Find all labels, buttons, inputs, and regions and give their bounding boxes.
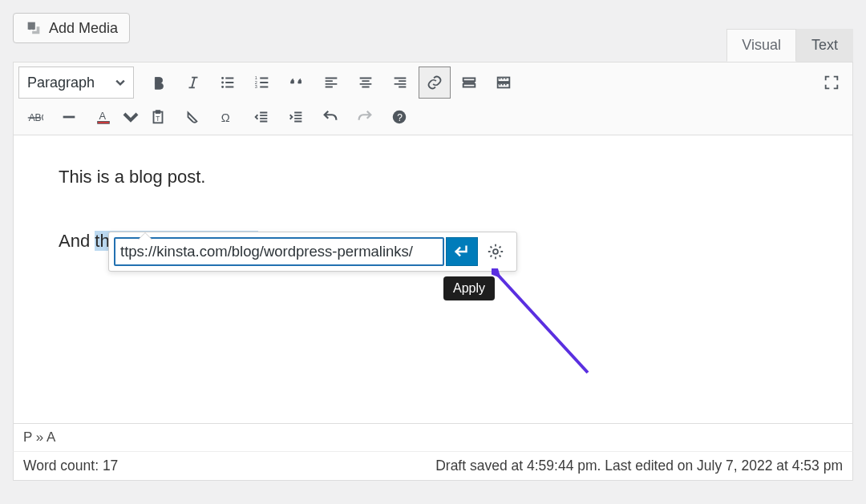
align-right-button[interactable] bbox=[384, 67, 416, 99]
editor-content-area[interactable]: This is a blog post. And this is an inte… bbox=[13, 135, 853, 424]
text-pre: And bbox=[59, 231, 95, 251]
strikethrough-button[interactable]: ABC bbox=[18, 101, 51, 133]
bold-button[interactable] bbox=[143, 67, 175, 99]
blockquote-button[interactable] bbox=[281, 67, 313, 99]
format-select[interactable]: Paragraph bbox=[18, 67, 134, 99]
editor-wrap: Add Media Visual Text Paragraph 123 bbox=[0, 0, 866, 481]
text-color-button[interactable]: A bbox=[87, 101, 119, 133]
apply-link-button[interactable] bbox=[446, 237, 478, 266]
italic-button[interactable] bbox=[177, 67, 209, 99]
gear-icon bbox=[487, 243, 504, 260]
word-count: Word count: 17 bbox=[23, 458, 118, 474]
svg-text:A: A bbox=[99, 110, 107, 122]
apply-tooltip: Apply bbox=[443, 276, 495, 300]
add-media-button[interactable]: Add Media bbox=[13, 13, 130, 43]
toolbar-row-2: ABC A T Ω ? bbox=[18, 101, 848, 133]
distraction-free-button[interactable] bbox=[815, 67, 848, 99]
svg-point-2 bbox=[221, 86, 224, 88]
element-path[interactable]: P » A bbox=[13, 424, 853, 451]
paragraph-1[interactable]: This is a blog post. bbox=[59, 164, 807, 190]
svg-text:3: 3 bbox=[255, 84, 257, 89]
numbered-list-button[interactable]: 123 bbox=[246, 67, 278, 99]
link-options-button[interactable] bbox=[480, 237, 512, 266]
paste-text-button[interactable]: T bbox=[142, 101, 174, 133]
status-bar: Word count: 17 Draft saved at 4:59:44 pm… bbox=[13, 451, 853, 481]
svg-rect-12 bbox=[156, 111, 160, 114]
undo-button[interactable] bbox=[314, 101, 346, 133]
add-media-label: Add Media bbox=[49, 20, 118, 37]
chevron-down-icon bbox=[115, 75, 125, 91]
tab-visual[interactable]: Visual bbox=[726, 29, 796, 62]
svg-point-1 bbox=[221, 82, 224, 84]
svg-point-0 bbox=[221, 77, 224, 79]
svg-text:T: T bbox=[156, 115, 160, 123]
clear-formatting-button[interactable] bbox=[176, 101, 208, 133]
add-media-icon bbox=[25, 19, 42, 37]
svg-rect-10 bbox=[98, 122, 110, 124]
redo-button[interactable] bbox=[349, 101, 381, 133]
bulleted-list-button[interactable] bbox=[212, 67, 244, 99]
align-left-button[interactable] bbox=[315, 67, 347, 99]
svg-text:?: ? bbox=[397, 112, 403, 123]
annotation-arrow-icon bbox=[492, 268, 620, 397]
horizontal-rule-button[interactable] bbox=[53, 101, 85, 133]
toolbar-row-1: Paragraph 123 bbox=[18, 67, 848, 99]
special-character-button[interactable]: Ω bbox=[211, 101, 243, 133]
link-url-input[interactable] bbox=[114, 237, 444, 266]
svg-rect-7 bbox=[498, 83, 510, 88]
insert-more-button[interactable] bbox=[453, 67, 485, 99]
enter-icon bbox=[453, 243, 471, 260]
format-select-label: Paragraph bbox=[27, 75, 95, 91]
align-center-button[interactable] bbox=[350, 67, 382, 99]
editor-toolbar: Paragraph 123 ABC A T Ω bbox=[13, 62, 853, 135]
svg-point-17 bbox=[493, 249, 498, 254]
outdent-button[interactable] bbox=[245, 101, 277, 133]
svg-rect-6 bbox=[498, 78, 510, 83]
help-button[interactable]: ? bbox=[383, 101, 415, 133]
toolbar-toggle-button[interactable] bbox=[488, 67, 520, 99]
text-color-dropdown[interactable] bbox=[122, 101, 140, 133]
svg-line-18 bbox=[496, 273, 588, 373]
editor-tabs: Visual Text bbox=[726, 29, 853, 62]
top-row: Add Media Visual Text bbox=[13, 13, 853, 62]
indent-button[interactable] bbox=[280, 101, 312, 133]
svg-text:Ω: Ω bbox=[221, 111, 230, 124]
link-popover bbox=[108, 232, 517, 272]
insert-link-button[interactable] bbox=[419, 67, 451, 99]
tab-text[interactable]: Text bbox=[796, 29, 853, 62]
draft-status: Draft saved at 4:59:44 pm. Last edited o… bbox=[435, 458, 843, 474]
